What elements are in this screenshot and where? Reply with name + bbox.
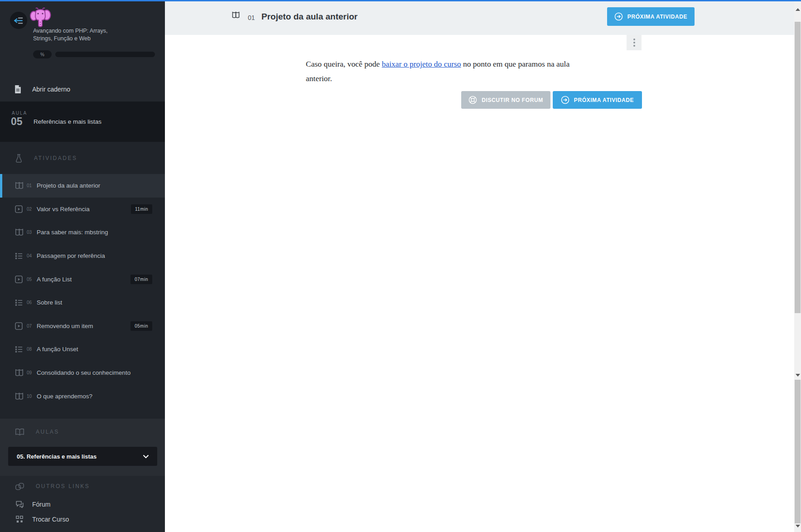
video-icon: [15, 276, 23, 283]
activity-label: Consolidando o seu conhecimento: [37, 369, 165, 376]
next-activity-label: PRÓXIMA ATIVIDADE: [627, 14, 687, 20]
lesson-select-dropdown[interactable]: 05. Referências e mais listas: [8, 447, 157, 466]
main-content: 01 Projeto da aula anterior PRÓXIMA ATIV…: [165, 1, 794, 532]
open-book-icon: [15, 428, 24, 436]
paragraph-text-before: Caso queira, você pode: [306, 59, 382, 68]
activity-item[interactable]: 03 Para saber mais: mbstring: [0, 221, 165, 244]
activity-number: 05: [27, 277, 34, 282]
video-icon: [15, 322, 23, 330]
aulas-header-label: AULAS: [36, 429, 59, 435]
activities-section-header: ATIVIDADES: [0, 142, 165, 174]
book-icon: [15, 182, 24, 189]
activity-duration-badge: 07min: [130, 275, 152, 284]
sidebar-link[interactable]: Fórum: [0, 497, 165, 512]
circle-arrow-right-icon: [614, 12, 623, 21]
next-activity-button[interactable]: PRÓXIMA ATIVIDADE: [607, 7, 695, 26]
next-activity-bottom-label: PRÓXIMA ATIVIDADE: [574, 97, 634, 103]
activity-label: Removendo um item: [37, 323, 130, 329]
activity-label: Projeto da aula anterior: [37, 182, 165, 189]
sidebar-link-label: Fórum: [32, 501, 50, 508]
activity-number: 06: [27, 300, 34, 305]
elephant-icon: [29, 7, 52, 28]
activity-item[interactable]: 09 Consolidando o seu conhecimento: [0, 361, 165, 385]
book-icon: [15, 369, 24, 377]
activity-number: 08: [27, 347, 34, 352]
scroll-down-arrow-icon[interactable]: [796, 525, 800, 527]
list-icon: [15, 299, 23, 306]
activities-header-label: ATIVIDADES: [34, 155, 77, 161]
open-notebook-item[interactable]: Abrir caderno: [0, 82, 165, 97]
activity-number: 03: [27, 230, 34, 235]
list-icon: [15, 346, 23, 353]
video-icon: [15, 205, 23, 213]
other-links-section: OUTROS LINKS Fórum: [0, 476, 165, 532]
lesson-select-value: 05. Referências e mais listas: [17, 453, 143, 460]
activity-item[interactable]: 05 A função List 07min: [0, 267, 165, 291]
activity-item[interactable]: 06 Sobre list: [0, 291, 165, 314]
sidebar-link[interactable]: Trocar Curso: [0, 512, 165, 527]
book-icon: [232, 11, 240, 19]
lesson-word-label: AULA: [12, 111, 27, 116]
activity-duration-badge: 05min: [130, 321, 152, 331]
activity-number: 04: [27, 253, 34, 258]
other-links-header-label: OUTROS LINKS: [36, 483, 90, 489]
activity-item[interactable]: 02 Valor vs Referência 11min: [0, 198, 165, 221]
activity-number: 07: [27, 324, 34, 329]
activities-section: ATIVIDADES 01 Projeto da aula anterior: [0, 142, 165, 419]
forum-icon: [16, 501, 24, 508]
course-title-line2: Strings, Função e Web: [33, 35, 107, 43]
activity-label: O que aprendemos?: [37, 393, 165, 400]
arrow-left-lines-icon: [14, 17, 24, 24]
list-icon: [15, 252, 23, 260]
download-project-link[interactable]: baixar o projeto do curso: [382, 59, 461, 68]
scroll-up-arrow-icon[interactable]: [796, 8, 800, 11]
lifebuoy-icon: [468, 96, 477, 104]
activity-duration-badge: 11min: [131, 204, 152, 214]
sidebar-top-area: Avançando com PHP: Arrays, Strings, Funç…: [0, 0, 165, 102]
activity-label: Valor vs Referência: [37, 206, 131, 213]
flask-icon: [15, 153, 23, 163]
chevron-down-icon: [143, 455, 149, 459]
collapse-sidebar-button[interactable]: [10, 12, 27, 29]
activity-label: Passagem por referência: [37, 252, 165, 259]
other-links-list: Fórum Trocar Curso: [0, 497, 165, 527]
page-top-accent-border: [0, 0, 801, 1]
circle-arrow-right-icon: [561, 96, 569, 104]
links-icon: [15, 482, 24, 491]
course-title-line1: Avançando com PHP: Arrays,: [33, 27, 107, 35]
activity-label: Sobre list: [37, 299, 165, 306]
activity-label: A função List: [37, 276, 130, 283]
discuss-forum-label: DISCUTIR NO FORUM: [482, 97, 543, 103]
document-icon: [14, 85, 21, 93]
activity-header-number: 01: [248, 14, 255, 21]
lesson-title: Referências e mais listas: [34, 118, 101, 125]
scrollbar-thumb[interactable]: [795, 22, 801, 313]
activity-label: Para saber mais: mbstring: [37, 229, 165, 236]
progress-percent-pill: %: [33, 50, 52, 58]
scrollbar-thumb-outer[interactable]: [795, 380, 801, 523]
activity-number: 02: [27, 207, 34, 212]
activity-number: 01: [27, 183, 34, 188]
sidebar-link-label: Trocar Curso: [32, 516, 69, 523]
scroll-down-arrow-icon[interactable]: [796, 374, 800, 377]
activity-label: A função Unset: [37, 346, 165, 353]
activity-item[interactable]: 08 A função Unset: [0, 338, 165, 361]
activity-item[interactable]: 10 O que aprendemos?: [0, 384, 165, 408]
grid-icon: [16, 516, 23, 523]
book-icon: [15, 228, 24, 236]
discuss-forum-button[interactable]: DISCUTIR NO FORUM: [461, 91, 550, 109]
scrollbar[interactable]: [794, 1, 801, 532]
php-elephant-logo: [29, 7, 52, 28]
course-title: Avançando com PHP: Arrays, Strings, Funç…: [33, 27, 107, 43]
activity-number: 09: [27, 370, 34, 375]
book-icon: [15, 392, 24, 400]
activity-item[interactable]: 07 Removendo um item 05min: [0, 314, 165, 338]
activity-item[interactable]: 04 Passagem por referência: [0, 244, 165, 268]
activity-number: 10: [27, 394, 34, 399]
more-options-button[interactable]: [627, 35, 642, 50]
next-activity-button-bottom[interactable]: PRÓXIMA ATIVIDADE: [553, 91, 642, 109]
other-links-header: OUTROS LINKS: [0, 476, 165, 497]
activities-list: 01 Projeto da aula anterior 02: [0, 174, 165, 408]
activity-header-bar: 01 Projeto da aula anterior PRÓXIMA ATIV…: [165, 1, 794, 35]
activity-item[interactable]: 01 Projeto da aula anterior: [0, 174, 165, 198]
